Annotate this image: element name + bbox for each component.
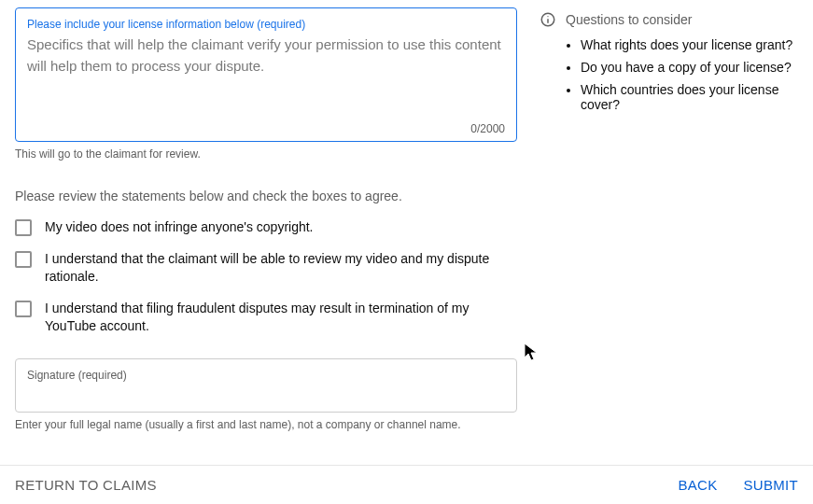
checkbox-claimant-review[interactable]: I understand that the claimant will be a… (15, 250, 517, 287)
questions-heading: Questions to consider (566, 12, 692, 27)
signature-field[interactable]: Signature (required) (15, 358, 517, 413)
checkbox-fraud-consequence[interactable]: I understand that filing fraudulent disp… (15, 300, 517, 336)
character-count: 0/2000 (27, 120, 505, 137)
return-to-claims-button[interactable]: RETURN TO CLAIMS (15, 477, 157, 493)
license-info-label: Please include your license information … (27, 18, 505, 31)
checkbox-icon (15, 251, 32, 268)
signature-helper-text: Enter your full legal name (usually a fi… (15, 418, 517, 431)
svg-point-2 (547, 16, 548, 17)
checkbox-label: I understand that the claimant will be a… (45, 250, 517, 287)
question-item: What rights does your license grant? (581, 37, 798, 52)
statements-intro: Please review the statements below and c… (15, 189, 517, 203)
questions-sidebar: Questions to consider What rights does y… (540, 7, 798, 431)
license-info-field[interactable]: Please include your license information … (15, 7, 517, 142)
info-icon (540, 11, 556, 28)
footer-bar: RETURN TO CLAIMS BACK SUBMIT (0, 465, 813, 504)
license-helper-text: This will go to the claimant for review. (15, 147, 517, 161)
back-button[interactable]: BACK (678, 477, 717, 493)
question-item: Do you have a copy of your license? (581, 60, 798, 75)
checkbox-icon (15, 301, 32, 317)
question-item: Which countries does your license cover? (581, 82, 798, 112)
checkbox-no-infringe[interactable]: My video does not infringe anyone's copy… (15, 218, 517, 237)
checkbox-label: I understand that filing fraudulent disp… (45, 300, 517, 336)
signature-label: Signature (required) (27, 369, 505, 382)
checkbox-label: My video does not infringe anyone's copy… (45, 218, 314, 237)
submit-button[interactable]: SUBMIT (744, 477, 798, 493)
license-info-textarea-placeholder: Specifics that will help the claimant ve… (27, 35, 505, 120)
checkbox-icon (15, 219, 32, 236)
